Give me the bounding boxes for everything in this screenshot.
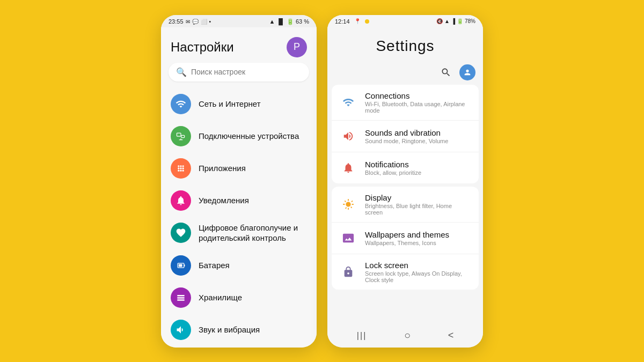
- right-time: 12:14: [335, 18, 350, 25]
- signal-bars-icon: ▐▌: [276, 18, 285, 25]
- status-dot: [365, 19, 369, 24]
- sound-label: Звук и вибрация: [199, 324, 260, 335]
- settings-item-lockscreen[interactable]: Lock screen Screen lock type, Always On …: [332, 254, 479, 290]
- lockscreen-title: Lock screen: [365, 261, 471, 270]
- network-label: Сеть и Интернет: [199, 99, 261, 109]
- settings-item-wellbeing[interactable]: Цифровое благополучие и родительский кон…: [161, 217, 317, 249]
- left-phone: 23:55 ✉ 💬 ⬜ • ▲ ▐▌ 🔋 63 % Настройки P 🔍: [161, 15, 317, 348]
- lockscreen-subtitle: Screen lock type, Always On Display, Clo…: [365, 270, 471, 283]
- right-header-section: Settings: [327, 27, 483, 62]
- storage-icon: [171, 287, 191, 308]
- settings-item-battery[interactable]: Батарея: [161, 249, 317, 282]
- devices-label: Подключенные устройства: [199, 131, 299, 142]
- svg-rect-1: [181, 135, 185, 137]
- right-settings-title: Settings: [376, 38, 434, 54]
- left-time: 23:55: [169, 18, 184, 25]
- settings-item-devices[interactable]: Подключенные устройства: [161, 120, 317, 152]
- pin-icon: 📍: [354, 18, 361, 24]
- notifications-right-subtitle: Block, allow, prioritize: [365, 169, 421, 176]
- sound-icon: [171, 320, 191, 340]
- user-avatar-button[interactable]: [459, 64, 475, 80]
- sounds-title: Sounds and vibration: [365, 128, 448, 137]
- wallpapers-subtitle: Wallpapers, Themes, Icons: [365, 240, 449, 246]
- left-settings-content: Настройки P 🔍 Сеть и Интернет Подключенн…: [161, 27, 317, 348]
- top-icons-row: [327, 62, 483, 85]
- wallpapers-title: Wallpapers and themes: [365, 230, 449, 239]
- svg-point-4: [178, 165, 179, 167]
- svg-rect-0: [177, 133, 181, 136]
- right-battery: 78%: [465, 18, 475, 24]
- display-title: Display: [365, 193, 471, 202]
- settings-item-wallpapers[interactable]: Wallpapers and themes Wallpapers, Themes…: [332, 223, 479, 254]
- settings-item-network[interactable]: Сеть и Интернет: [161, 88, 317, 120]
- connections-icon: [339, 93, 357, 112]
- display-icon: [339, 195, 357, 213]
- svg-rect-15: [179, 264, 182, 267]
- right-phone: 12:14 📍 🔇 ▲ ▐ 🔋 78% Settings: [327, 15, 483, 348]
- right-wifi-icon: ▲: [444, 18, 450, 24]
- right-battery-icon: 🔋: [457, 18, 463, 24]
- left-status-bar: 23:55 ✉ 💬 ⬜ • ▲ ▐▌ 🔋 63 %: [161, 15, 317, 27]
- wellbeing-label: Цифровое благополучие и родительский кон…: [199, 223, 307, 243]
- svg-point-9: [182, 167, 184, 169]
- home-button[interactable]: ○: [398, 326, 417, 345]
- settings-item-notifications-right[interactable]: Notifications Block, allow, prioritize: [332, 152, 479, 183]
- right-settings-content: Settings Connections Wi-Fi, Bluetooth, D…: [327, 27, 483, 324]
- wifi-icon: ▲: [269, 18, 275, 25]
- settings-search-button[interactable]: [438, 64, 454, 80]
- recents-button[interactable]: |||: [350, 328, 373, 344]
- display-text: Display Brightness, Blue light filter, H…: [365, 193, 471, 216]
- notifications-right-title: Notifications: [365, 160, 421, 169]
- dots-icon: •: [209, 19, 211, 25]
- sounds-subtitle: Sound mode, Ringtone, Volume: [365, 138, 448, 144]
- devices-icon: [171, 126, 191, 146]
- settings-item-apps[interactable]: Приложения: [161, 152, 317, 184]
- right-status-bar: 12:14 📍 🔇 ▲ ▐ 🔋 78%: [327, 15, 483, 27]
- svg-rect-14: [184, 264, 185, 266]
- notifications-icon: [171, 190, 191, 211]
- notifications-right-icon: [339, 159, 357, 177]
- settings-item-display[interactable]: Display Brightness, Blue light filter, H…: [332, 187, 479, 223]
- bottom-navigation: ||| ○ <: [327, 324, 483, 348]
- sounds-text: Sounds and vibration Sound mode, Rington…: [365, 128, 448, 144]
- wallpapers-text: Wallpapers and themes Wallpapers, Themes…: [365, 230, 449, 246]
- connections-text: Connections Wi-Fi, Bluetooth, Data usage…: [365, 91, 471, 114]
- left-battery: 63 %: [296, 18, 309, 25]
- notifications-label: Уведомления: [199, 195, 249, 206]
- network-icon: [171, 94, 191, 114]
- storage-label: Хранилище: [199, 292, 242, 303]
- back-button[interactable]: <: [442, 327, 460, 344]
- connections-title: Connections: [365, 91, 471, 100]
- settings-card-2: Display Brightness, Blue light filter, H…: [332, 187, 479, 290]
- settings-item-notifications[interactable]: Уведомления: [161, 184, 317, 217]
- settings-item-storage[interactable]: Хранилище: [161, 282, 317, 314]
- settings-item-connections[interactable]: Connections Wi-Fi, Bluetooth, Data usage…: [332, 85, 479, 121]
- apps-label: Приложения: [199, 163, 246, 174]
- svg-point-6: [182, 165, 184, 167]
- lockscreen-text: Lock screen Screen lock type, Always On …: [365, 261, 471, 283]
- screen-icon: ⬜: [201, 19, 207, 25]
- svg-point-10: [178, 169, 179, 171]
- svg-point-7: [178, 167, 179, 169]
- wellbeing-icon: [171, 223, 191, 243]
- left-settings-title: Настройки: [171, 40, 234, 55]
- search-icon: 🔍: [176, 67, 187, 77]
- chat-icon: 💬: [192, 19, 199, 25]
- search-input[interactable]: [191, 68, 302, 76]
- right-signal-icon: ▐: [451, 18, 455, 24]
- svg-point-5: [180, 165, 181, 167]
- apps-icon: [171, 158, 191, 179]
- battery-icon: 🔋: [287, 18, 294, 25]
- settings-item-sounds[interactable]: Sounds and vibration Sound mode, Rington…: [332, 121, 479, 152]
- display-subtitle: Brightness, Blue light filter, Home scre…: [365, 203, 471, 216]
- svg-point-12: [182, 169, 184, 171]
- battery-settings-icon: [171, 255, 191, 276]
- avatar[interactable]: P: [287, 37, 307, 57]
- search-bar[interactable]: 🔍: [169, 63, 309, 82]
- settings-card-1: Connections Wi-Fi, Bluetooth, Data usage…: [332, 85, 479, 183]
- battery-label: Батарея: [199, 260, 230, 271]
- settings-item-sound[interactable]: Звук и вибрация: [161, 314, 317, 346]
- left-header-row: Настройки P: [161, 33, 317, 63]
- notifications-right-text: Notifications Block, allow, prioritize: [365, 160, 421, 176]
- wallpapers-icon: [339, 229, 357, 247]
